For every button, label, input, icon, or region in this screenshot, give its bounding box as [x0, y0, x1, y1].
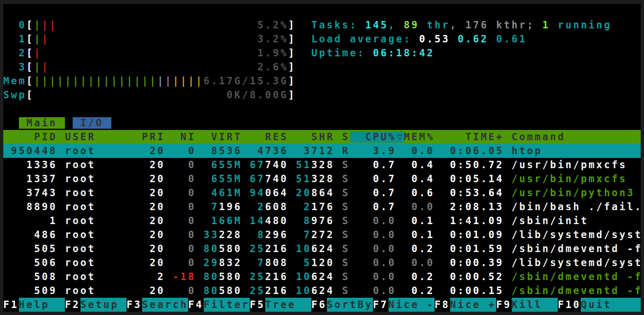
cell-mem-value: 7	[204, 201, 219, 213]
cell-mem-pct: 0.0	[396, 257, 435, 269]
cell-mem-value: 2	[296, 201, 312, 213]
meter-bracket-open: [	[26, 33, 34, 45]
cell-mem-value: 14	[250, 215, 265, 227]
cell-time: 0:00.52	[435, 271, 504, 283]
meter-bar-red: |	[42, 19, 50, 31]
meter-bracket-close: ]	[288, 75, 296, 87]
cell-pri: 20	[142, 159, 165, 171]
fnlabel-kill[interactable]: Kill	[512, 298, 558, 312]
tab-io[interactable]: I/O	[73, 117, 111, 129]
fnkey-f1[interactable]: F1	[3, 298, 19, 312]
cell-pri: 20	[142, 215, 165, 227]
fnlabel-tree[interactable]: Tree	[265, 298, 312, 312]
fnlabel-nice-[interactable]: Nice -	[389, 298, 435, 312]
meter-value: 5.2%	[258, 19, 288, 31]
fnlabel-setup[interactable]: Setup	[80, 298, 127, 312]
meter-fill	[50, 33, 258, 45]
tasks-summary: thr	[419, 19, 450, 31]
table-header[interactable]: PID USER PRI NI VIRT RES SHR S CPU%▽MEM%…	[3, 130, 641, 144]
text	[242, 257, 250, 269]
meter-value: 1.9%	[258, 47, 288, 59]
process-row[interactable]: 1 root 20 0 166M 14480 8976 S 0.0 0.1 1:…	[3, 214, 641, 228]
process-row[interactable]: 506 root 20 0 29832 7808 5120 S 0.0 0.0 …	[3, 256, 641, 270]
tasks-summary: 1	[542, 19, 550, 31]
gap	[65, 117, 73, 129]
cell-cpu: 0.0	[350, 271, 396, 283]
process-row[interactable]: 508 root 2 -18 80580 25216 10624 S 0.0 0…	[3, 270, 641, 284]
cell-pri: 20	[142, 243, 165, 255]
fnkey-f4[interactable]: F4	[188, 298, 204, 312]
cell-mem-value: 608	[265, 201, 288, 213]
load-average	[488, 33, 496, 45]
cell-time: 1:41.09	[435, 215, 504, 227]
text	[242, 201, 250, 213]
cell-user: root	[57, 187, 142, 199]
terminal-window-frame: 0[||| 5.2%] Tasks: 145, 89 thr, 176 kthr…	[0, 0, 644, 315]
text	[334, 215, 342, 227]
fnkey-f2[interactable]: F2	[65, 298, 80, 312]
fnlabel-search[interactable]: Search	[142, 298, 189, 312]
gap	[296, 19, 311, 31]
cell-mem-pct: 0.6	[396, 187, 435, 199]
fnkey-f6[interactable]: F6	[311, 298, 327, 312]
cell-pri: 20	[142, 187, 165, 199]
cell-pri: 20	[142, 229, 165, 241]
text	[242, 173, 250, 185]
fnlabel-nice-[interactable]: Nice +	[450, 298, 497, 312]
blank-line	[3, 4, 641, 18]
fnlabel-help[interactable]: Help	[19, 298, 65, 312]
text	[334, 159, 342, 171]
fnlabel-quit[interactable]: Quit	[581, 298, 641, 312]
tab-main[interactable]: Main	[19, 117, 65, 129]
meter-fill	[42, 47, 258, 59]
text	[242, 243, 250, 255]
cell-mem-value: 4736	[250, 145, 288, 157]
process-row[interactable]: 1336 root 20 0 655M 67740 51328 S 0.7 0.…	[3, 158, 641, 172]
process-row[interactable]: 486 root 20 0 33228 8296 7272 S 0.0 0.1 …	[3, 228, 641, 242]
cell-mem-value: 51	[296, 159, 312, 171]
cell-mem-pct: 0.4	[396, 159, 435, 171]
meter-bracket-open: [	[26, 75, 34, 87]
screen-tabs: Main I/O	[3, 116, 641, 130]
cell-state: S	[342, 215, 350, 227]
process-row[interactable]: 505 root 20 0 80580 25216 10624 S 0.0 0.…	[3, 242, 641, 256]
cell-mem-value: 580	[219, 243, 242, 255]
fnkey-f10[interactable]: F10	[558, 298, 581, 312]
process-row[interactable]: 3743 root 20 0 461M 94064 20864 S 0.7 0.…	[3, 186, 641, 200]
fnkey-f5[interactable]: F5	[250, 298, 265, 312]
cell-ni: 0	[165, 257, 204, 269]
cell-state: R	[342, 145, 350, 157]
process-row[interactable]: 509 root 20 0 80580 25216 10624 S 0.0 0.…	[3, 284, 641, 298]
cell-mem-value: 80	[204, 271, 219, 283]
header-columns-right[interactable]: MEM% TIME+ Command	[404, 131, 566, 143]
fnkey-f3[interactable]: F3	[126, 298, 142, 312]
process-row[interactable]: 1337 root 20 0 655M 67740 51328 S 0.7 0.…	[3, 172, 641, 186]
cell-pri: 20	[142, 257, 165, 269]
cell-pid: 509	[3, 285, 57, 296]
fnlabel-filter[interactable]: Filter	[204, 298, 250, 312]
text	[288, 173, 296, 185]
meter-bar-green: |	[96, 75, 104, 87]
cell-ni: -18	[165, 271, 204, 283]
fnkey-f7[interactable]: F7	[373, 298, 389, 312]
cell-mem-value: 580	[219, 271, 242, 283]
text	[334, 145, 342, 157]
meter-label: 3	[3, 61, 26, 73]
cell-time: 0:53.64	[435, 187, 504, 199]
text	[288, 229, 296, 241]
load-average: 0.53	[419, 33, 450, 45]
load-average: 0.62	[458, 33, 488, 45]
text	[288, 243, 296, 255]
process-row-selected[interactable]: 950448 root 20 0 8536 4736 3712 R 3.9 0.…	[3, 144, 641, 158]
fnkey-f8[interactable]: F8	[435, 298, 450, 312]
fnlabel-sortby[interactable]: SortBy	[327, 298, 373, 312]
cell-pri: 20	[142, 285, 165, 296]
fnkey-f9[interactable]: F9	[496, 298, 512, 312]
meter-value: 2.6%	[258, 61, 288, 73]
cell-ni: 0	[165, 243, 204, 255]
header-columns-left[interactable]: PID USER PRI NI VIRT RES SHR S	[3, 131, 350, 143]
cpu-meter-1: 1[|| 3.2%] Load average: 0.53 0.62 0.61	[3, 32, 641, 46]
sort-column-header[interactable]: CPU%▽	[350, 131, 404, 143]
cell-cpu: 0.0	[350, 285, 396, 296]
process-row[interactable]: 8890 root 20 0 7196 2608 2176 S 0.7 0.0 …	[3, 200, 641, 214]
